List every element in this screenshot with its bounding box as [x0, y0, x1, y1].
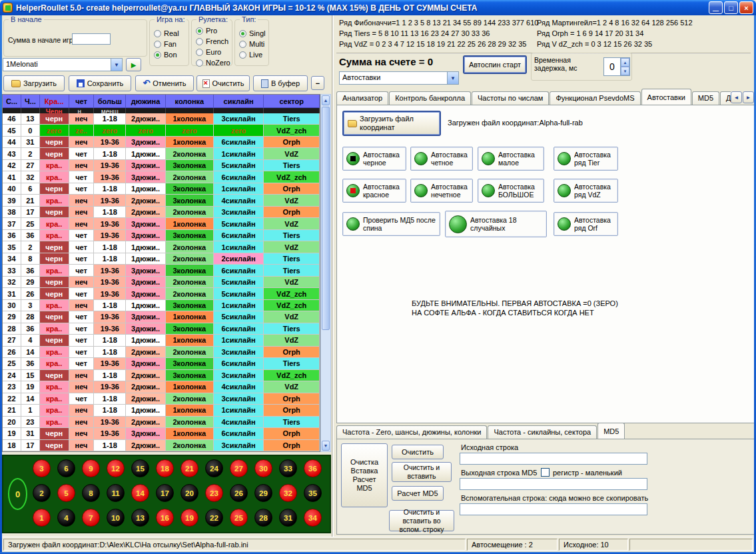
roulette-number-36[interactable]: 36 — [304, 459, 322, 477]
tab-Частоты по числам[interactable]: Частоты по числам — [472, 91, 549, 105]
tab-Функционал PsevdoMS[interactable]: Функционал PsevdoMS — [550, 91, 640, 105]
roulette-number-7[interactable]: 7 — [82, 509, 100, 527]
tab-MD5[interactable]: MD5 — [597, 423, 625, 439]
toolbar-button-save[interactable]: Сохранить — [69, 75, 131, 91]
roulette-number-31[interactable]: 31 — [279, 509, 297, 527]
column-header[interactable]: больш — [94, 95, 126, 108]
tab-scroll-right-icon[interactable]: ► — [743, 91, 754, 103]
roulette-number-12[interactable]: 12 — [107, 459, 125, 477]
delay-value[interactable]: 0 — [604, 58, 620, 75]
bet-button-8[interactable]: Автоставка ряд VdZ — [554, 179, 618, 203]
roulette-number-3[interactable]: 3 — [33, 459, 51, 477]
roulette-number-5[interactable]: 5 — [57, 484, 75, 502]
column-header[interactable]: чет — [69, 95, 95, 108]
history-row[interactable]: 4431черннеч19-363дюжи..1колонка6сиклайнO… — [3, 137, 320, 148]
bet-button-2[interactable]: Автоставка четное — [410, 147, 473, 171]
radio-French[interactable]: French — [196, 36, 230, 47]
roulette-number-9[interactable]: 9 — [82, 459, 100, 477]
table-scrollbar[interactable]: ▲ ▼ — [320, 94, 331, 452]
clear-button[interactable]: Очистить — [392, 445, 444, 459]
roulette-number-6[interactable]: 6 — [57, 459, 75, 477]
radio-Euro[interactable]: Euro — [196, 47, 230, 57]
tab-scroll-left-icon[interactable]: ◄ — [731, 91, 742, 103]
roulette-number-28[interactable]: 28 — [254, 509, 272, 527]
radio-Real[interactable]: Real — [154, 28, 179, 39]
history-row[interactable]: 2023кра..неч19-362дюжи..2колонка4сиклайн… — [3, 417, 320, 428]
roulette-number-26[interactable]: 26 — [230, 484, 248, 502]
history-row[interactable]: 3725кра..неч19-363дюжи..1колонка5сиклайн… — [3, 218, 320, 229]
history-row[interactable]: 406чернчет1-181дюжи..3колонка1сиклайнOrp… — [3, 183, 320, 195]
radio-Bon[interactable]: Bon — [154, 49, 179, 60]
column-header[interactable]: сектор — [264, 95, 320, 108]
source-string-input[interactable] — [460, 453, 647, 465]
history-row[interactable]: 2214кра..чет1-182дюжи..2колонка3сиклайнO… — [3, 393, 320, 405]
radio-NoZero[interactable]: NoZero — [196, 57, 230, 68]
scroll-up-icon[interactable]: ▲ — [322, 95, 330, 105]
title-bar[interactable]: HelperRoullet 5.0- create helperroullet@… — [0, 0, 756, 15]
history-row[interactable]: 303кра..неч1-181дюжи..3колонка1сиклайнVd… — [3, 300, 320, 311]
bet-button-6[interactable]: Автоставка нечетное — [410, 179, 473, 203]
history-row[interactable]: 2536кра..чет19-363дюжи..3колонка6сиклайн… — [3, 358, 320, 369]
register-checkbox[interactable] — [541, 468, 550, 477]
bet-button-1[interactable]: Автоставка черное — [342, 147, 406, 171]
roulette-number-14[interactable]: 14 — [131, 484, 149, 502]
radio-Singl[interactable]: Singl — [239, 28, 265, 39]
history-row[interactable]: 4613черннеч1-182дюжи..1колонка3сиклайнTi… — [3, 113, 320, 125]
roulette-number-13[interactable]: 13 — [131, 509, 149, 527]
roulette-number-24[interactable]: 24 — [205, 459, 223, 477]
roulette-number-17[interactable]: 17 — [156, 484, 174, 502]
bet-button-11[interactable]: Автоставка ряд Orf — [554, 212, 618, 236]
radio-Live[interactable]: Live — [239, 49, 265, 60]
history-row[interactable]: 432чернчет1-181дюжи..2колонка1сиклайнVdZ — [3, 148, 320, 159]
roulette-number-16[interactable]: 16 — [156, 509, 174, 527]
history-row[interactable]: 4132кра..чет19-363дюжи..2колонка6сиклайн… — [3, 171, 320, 183]
column-header[interactable]: Ч... — [21, 95, 40, 108]
delay-spinner[interactable]: 0 ▲ ▼ — [603, 57, 630, 76]
roulette-number-33[interactable]: 33 — [279, 459, 297, 477]
roulette-number-11[interactable]: 11 — [107, 484, 125, 502]
spin-down-icon[interactable]: ▼ — [621, 67, 629, 75]
roulette-number-30[interactable]: 30 — [254, 459, 272, 477]
column-header[interactable]: Кра... — [40, 95, 69, 108]
tab-Автоставки[interactable]: Автоставки — [641, 89, 691, 105]
history-row[interactable]: 3336кра..чет19-363дюжи..3колонка6сиклайн… — [3, 265, 320, 276]
minimize-button[interactable]: — — [709, 1, 723, 14]
start-sum-input[interactable] — [72, 33, 111, 45]
roulette-number-25[interactable]: 25 — [230, 509, 248, 527]
history-row[interactable]: 3921кра..неч19-362дюжи..3колонка4сиклайн… — [3, 195, 320, 206]
roulette-number-15[interactable]: 15 — [131, 459, 149, 477]
history-row[interactable]: 3229черннеч19-363дюжи..2колонка5сиклайнV… — [3, 277, 320, 288]
roulette-number-8[interactable]: 8 — [82, 484, 100, 502]
roulette-number-29[interactable]: 29 — [254, 484, 272, 502]
history-row[interactable]: 3817черннеч1-182дюжи..2колонка3сиклайнOr… — [3, 207, 320, 218]
preset-combo[interactable]: 1Melonati ▼ — [3, 58, 123, 71]
column-header[interactable]: колонка — [166, 95, 214, 108]
toolbar-button-clear[interactable]: Очистить — [196, 75, 250, 91]
tab-Анализатор[interactable]: Анализатор — [336, 91, 388, 105]
roulette-number-34[interactable]: 34 — [304, 509, 322, 527]
history-row[interactable]: 3636кра..чет19-363дюжи..3колонка6сиклайн… — [3, 230, 320, 241]
history-row[interactable]: 2928чернчет19-363дюжи..1колонка5сиклайнV… — [3, 311, 320, 323]
history-row[interactable]: 2319кра..неч19-362дюжи..1колонка4сиклайн… — [3, 381, 320, 393]
chevron-down-icon[interactable]: ▼ — [111, 59, 122, 71]
roulette-number-27[interactable]: 27 — [230, 459, 248, 477]
play-button[interactable]: ▶ — [126, 58, 141, 71]
spin-up-icon[interactable]: ▲ — [621, 58, 629, 67]
load-coords-button[interactable]: Загрузить файл координат — [342, 111, 441, 136]
roulette-number-2[interactable]: 2 — [33, 484, 51, 502]
bet-button-4[interactable]: Автоставка ряд Tier — [554, 147, 618, 171]
autobet-combo[interactable]: Автоставки ▼ — [339, 71, 459, 85]
chevron-down-icon[interactable]: ▼ — [447, 72, 458, 84]
clear-and-paste-button[interactable]: Очистить и вставить — [392, 462, 452, 482]
history-row[interactable]: 2614кра..чет1-182дюжи..2колонка3сиклайнO… — [3, 347, 320, 358]
roulette-number-4[interactable]: 4 — [57, 509, 75, 527]
bet-button-10[interactable]: Автоставка 18 случайных — [445, 211, 547, 237]
column-header[interactable]: С... — [3, 95, 21, 108]
tab-MD5[interactable]: MD5 — [692, 91, 719, 105]
clear-paste-calc-button[interactable]: Очистка Вставка Расчет MD5 — [341, 443, 388, 507]
scrollbar-thumb[interactable] — [322, 107, 330, 330]
aux-string-input[interactable] — [460, 503, 647, 515]
roulette-number-21[interactable]: 21 — [181, 459, 198, 477]
toolbar-button-folder[interactable]: Загрузить — [3, 75, 65, 91]
history-row[interactable]: 2836кра..чет19-363дюжи..3колонка6сиклайн… — [3, 323, 320, 335]
